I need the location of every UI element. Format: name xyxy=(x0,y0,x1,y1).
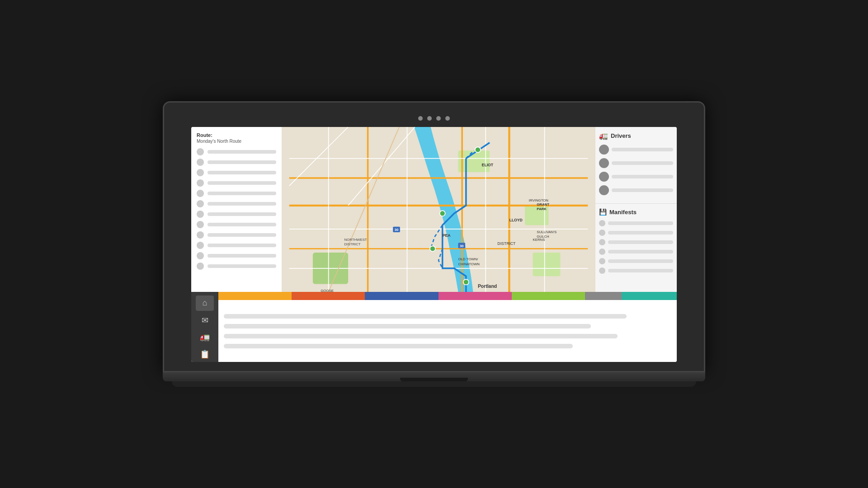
svg-point-23 xyxy=(430,246,435,251)
manifests-nav-icon: 📋 xyxy=(200,349,210,359)
tab-green[interactable] xyxy=(512,292,585,300)
list-item[interactable] xyxy=(197,190,276,197)
list-item[interactable] xyxy=(197,200,276,207)
list-item[interactable] xyxy=(197,263,276,270)
svg-text:DISTRICT: DISTRICT xyxy=(497,241,516,246)
laptop-container: Route: Monday's North Route xyxy=(163,101,705,387)
avatar xyxy=(599,145,609,155)
svg-text:GULCH: GULCH xyxy=(537,235,549,239)
manifest-item[interactable] xyxy=(599,249,673,255)
list-item[interactable] xyxy=(197,179,276,187)
drivers-header: 🚛 Drivers xyxy=(599,131,673,140)
manifest-item[interactable] xyxy=(599,239,673,245)
tab-pink[interactable] xyxy=(439,292,512,300)
svg-text:IRVINGTON: IRVINGTON xyxy=(529,198,548,202)
svg-text:Portland: Portland xyxy=(478,284,497,289)
content-row xyxy=(224,324,591,328)
item-bar xyxy=(208,202,276,206)
list-item[interactable] xyxy=(197,148,276,155)
content-row xyxy=(224,344,573,348)
tab-red[interactable] xyxy=(292,292,365,300)
avatar xyxy=(599,185,609,195)
manifests-header: 💾 Manifests xyxy=(599,208,673,216)
item-bar xyxy=(208,264,276,268)
svg-point-21 xyxy=(475,147,481,152)
nav-item-home[interactable]: ⌂ xyxy=(196,296,214,311)
item-indicator xyxy=(197,190,204,197)
nav-item-messages[interactable]: ✉ xyxy=(196,313,214,328)
item-bar xyxy=(208,223,276,226)
manifest-bar xyxy=(608,240,673,244)
manifest-item[interactable] xyxy=(599,230,673,236)
svg-point-24 xyxy=(463,279,469,285)
item-indicator xyxy=(197,211,204,218)
manifest-item[interactable] xyxy=(599,220,673,226)
bottom-nav: ⌂ ✉ 🚛 📋 xyxy=(191,292,218,362)
list-item[interactable] xyxy=(197,252,276,259)
manifests-section: 💾 Manifests xyxy=(595,204,677,292)
driver-bar xyxy=(612,148,673,151)
svg-text:GOOSE: GOOSE xyxy=(321,289,334,292)
item-bar xyxy=(208,233,276,237)
list-item[interactable] xyxy=(197,221,276,228)
list-item[interactable] xyxy=(197,231,276,239)
manifest-indicator xyxy=(599,220,605,226)
svg-text:LLOYD: LLOYD xyxy=(509,218,522,222)
dot-2 xyxy=(427,116,432,121)
list-item[interactable] xyxy=(197,169,276,176)
item-indicator xyxy=(197,231,204,239)
manifest-indicator xyxy=(599,230,605,236)
laptop-hinge xyxy=(400,378,468,381)
item-bar xyxy=(208,171,276,174)
screen-content: Route: Monday's North Route xyxy=(191,127,677,362)
driver-item[interactable] xyxy=(599,158,673,168)
laptop-foot xyxy=(172,381,696,387)
list-item[interactable] xyxy=(197,159,276,166)
manifest-item[interactable] xyxy=(599,267,673,274)
svg-text:NORTHWEST: NORTHWEST xyxy=(344,238,367,242)
manifest-indicator xyxy=(599,239,605,245)
tab-blue[interactable] xyxy=(365,292,438,300)
laptop-base xyxy=(163,372,705,381)
item-indicator xyxy=(197,263,204,270)
item-bar xyxy=(208,150,276,154)
route-label: Route: xyxy=(197,132,276,138)
svg-text:CHINATOWN: CHINATOWN xyxy=(458,262,479,266)
list-item[interactable] xyxy=(197,211,276,218)
content-row xyxy=(224,334,618,338)
home-icon: ⌂ xyxy=(203,298,208,308)
nav-item-trucks[interactable]: 🚛 xyxy=(196,330,214,345)
manifest-item[interactable] xyxy=(599,258,673,264)
driver-item[interactable] xyxy=(599,185,673,195)
svg-text:GRANT: GRANT xyxy=(537,202,549,206)
map-area[interactable]: ELIOT PEA LLOYD DISTRICT OLD TOWN/ CHINA… xyxy=(282,127,595,292)
tab-gray[interactable] xyxy=(585,292,622,300)
map-svg: ELIOT PEA LLOYD DISTRICT OLD TOWN/ CHINA… xyxy=(282,127,595,292)
right-panel: 🚛 Drivers xyxy=(595,127,677,292)
bottom-content xyxy=(218,292,677,362)
svg-text:DISTRICT: DISTRICT xyxy=(344,242,360,246)
item-bar xyxy=(208,254,276,258)
manifest-bar xyxy=(608,221,673,225)
driver-item[interactable] xyxy=(599,172,673,182)
content-rows xyxy=(218,300,677,362)
trucks-icon: 🚛 xyxy=(200,332,210,342)
left-sidebar: Route: Monday's North Route xyxy=(191,127,282,292)
route-name: Monday's North Route xyxy=(197,139,276,144)
manifest-indicator xyxy=(599,258,605,264)
svg-text:PEA: PEA xyxy=(443,233,451,238)
list-item[interactable] xyxy=(197,242,276,249)
driver-item[interactable] xyxy=(599,145,673,155)
manifest-indicator xyxy=(599,267,605,274)
manifests-title: Manifests xyxy=(609,209,637,216)
svg-text:SULLIVAN'S: SULLIVAN'S xyxy=(537,230,557,234)
svg-text:30: 30 xyxy=(460,244,464,248)
item-bar xyxy=(208,181,276,185)
drivers-title: Drivers xyxy=(611,132,631,139)
tab-teal[interactable] xyxy=(622,292,677,300)
nav-item-manifests[interactable]: 📋 xyxy=(196,347,214,362)
tab-orange[interactable] xyxy=(218,292,292,300)
item-indicator xyxy=(197,159,204,166)
messages-icon: ✉ xyxy=(202,315,208,325)
main-area: Route: Monday's North Route xyxy=(191,127,677,292)
